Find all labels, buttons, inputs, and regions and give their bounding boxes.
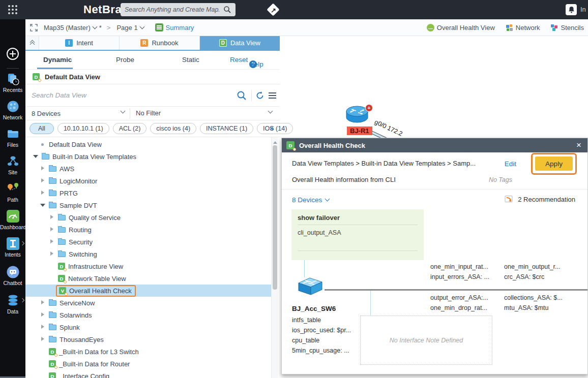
expander-closed-icon[interactable] [49,214,55,220]
expander-closed-icon[interactable] [40,312,46,318]
tree-item-network-table-view[interactable]: D Network Table View [25,272,271,285]
expander-open-icon[interactable] [40,202,46,208]
expander-closed-icon[interactable] [40,166,46,172]
expander-closed-icon[interactable] [49,251,55,257]
search-icon[interactable] [223,6,231,14]
page-dropdown[interactable]: Page 1 [116,24,143,32]
summary-button[interactable]: Summary [155,23,194,32]
expander-closed-icon[interactable] [49,239,55,245]
tree-item-prtg[interactable]: PRTG [25,187,271,199]
sidebar-item-data[interactable]: Data [0,294,25,314]
sidebar-item-recents[interactable]: Recents [0,72,25,93]
sidebar-item-site[interactable]: Site [0,154,25,175]
recommendation-button[interactable]: 2 Recommendation [505,195,575,203]
default-data-view-row[interactable]: D Default Data View [25,70,280,84]
close-icon[interactable]: × [576,140,581,150]
chip-ip[interactable]: 10.10.10.1 (1) [57,123,109,134]
chevron-right-icon [20,298,24,302]
cli-command-card[interactable]: show failover cli_output_ASA [291,209,424,260]
tree-item-quality-of-service[interactable]: Quality of Service [25,211,271,224]
tab-data-view[interactable]: D Data View [200,36,280,50]
more-chips-button[interactable]: » [270,123,274,132]
tab-runbook[interactable]: R Runbook [120,36,200,50]
tree-item-switching[interactable]: Switching [25,248,271,260]
sidebar-item-path[interactable]: Path [0,182,25,203]
incidents-label[interactable]: In [580,6,586,13]
tree-item-infrastructure-view[interactable]: D Infrastructure View [25,260,271,272]
expand-map-icon[interactable] [30,24,38,32]
expander-closed-icon[interactable] [40,336,46,342]
devices-dropdown[interactable]: 8 Devices [25,110,61,117]
tree-item-thousandeyes[interactable]: ThousandEyes [25,333,271,345]
tree-item-servicenow[interactable]: ServiceNow [25,297,271,309]
search-icon[interactable] [237,90,247,101]
tree-item-routing[interactable]: Routing [25,224,271,236]
chip-acl[interactable]: ACL (2) [113,123,147,134]
interface-note-box[interactable]: No Interface Note Defined [360,316,492,365]
tree-item-built-in-templates[interactable]: Built-in Data View Templates [25,150,271,163]
expander-closed-icon[interactable] [40,300,46,306]
sidebar-item-network[interactable]: Network [0,100,25,120]
apply-button[interactable]: Apply [535,156,573,171]
tree-item-aws[interactable]: AWS [25,163,271,175]
map-marker-icon[interactable]: ↗ [267,3,280,16]
overall-health-view-button[interactable]: Overall Health View [427,24,495,32]
network-pane-button[interactable]: Network [506,24,540,32]
card-connector-line [304,260,305,277]
global-search-input[interactable] [121,6,223,13]
sidebar-item-dashboard[interactable]: Dashboard [0,209,25,230]
sidebar-item-files[interactable]: Files [0,127,25,148]
dialog-titlebar[interactable]: D Overall Health Check × [282,138,587,152]
scrollbar-thumb[interactable] [273,145,277,290]
map-name-dropdown[interactable]: Map35 (Master) * [44,24,102,32]
tree-item-interface-config[interactable]: D _Interface Config [25,370,271,378]
stencils-button[interactable]: Stencils [551,24,584,32]
device-label[interactable]: BJ-R1 [347,127,372,135]
tree-item-overall-health-check[interactable]: V Overall Health Check [25,285,271,297]
sidebar-item-chatbot[interactable]: Chatbot [0,265,25,286]
expander-closed-icon[interactable] [40,190,46,196]
tree-item-sample-dvt[interactable]: Sample DVT [25,199,271,211]
chip-all[interactable]: All [30,123,54,134]
expander-open-icon[interactable] [33,153,39,160]
collapse-panel-button[interactable] [25,36,39,50]
chip-cisco-ios[interactable]: cisco ios (4) [150,123,196,134]
add-button[interactable] [0,47,25,62]
tab-intent[interactable]: I Intent [39,36,120,50]
site-tree-icon [6,154,20,168]
tree-item-splunk[interactable]: Splunk [25,321,271,333]
expander-closed-icon[interactable] [40,178,46,184]
tree-item-solarwinds[interactable]: Solarwinds [25,309,271,321]
chip-ios[interactable]: IOS (14) [257,123,293,134]
device-data-fields: intfs_table ios_proc_used: $pr... cpu_ta… [292,315,351,356]
tree-item-logicmonitor[interactable]: LogicMonitor [25,175,271,187]
refresh-icon[interactable] [255,91,264,100]
tab-probe[interactable]: Probe [116,56,134,64]
edit-link[interactable]: Edit [505,160,516,168]
interface-data-label: one_min_input_rat... [430,263,488,270]
global-search[interactable] [121,3,236,16]
notification-bell-icon[interactable] [566,4,577,15]
divider [251,90,252,101]
tree-item-default-data-view[interactable]: Default Data View [25,138,271,150]
alert-plus-badge[interactable]: + [365,104,373,112]
chevron-down-icon[interactable] [121,109,126,114]
tab-dynamic[interactable]: Dynamic [43,56,72,64]
expander-closed-icon[interactable] [40,324,46,330]
tree-item-security[interactable]: Security [25,236,271,248]
tab-static[interactable]: Static [182,56,199,64]
tree-item-builtin-router[interactable]: D _Built-in Data for Router [25,358,271,370]
chevron-down-icon[interactable] [268,109,273,114]
reset-button[interactable]: Reset [230,56,248,64]
dialog-devices-dropdown[interactable]: 8 Devices [292,196,329,204]
app-grid-icon[interactable] [7,4,18,15]
list-menu-icon[interactable] [269,92,276,93]
filter-dropdown[interactable]: No Filter [136,109,161,117]
chip-instance[interactable]: INSTANCE (1) [200,123,253,134]
tree-scrollbar[interactable] [271,137,278,378]
switch-device-icon[interactable] [296,276,324,298]
scroll-up-icon[interactable] [273,139,277,144]
tree-item-builtin-l3-switch[interactable]: D _Built-in Data for L3 Switch [25,345,271,358]
sidebar-item-intents[interactable]: Intents [0,237,25,258]
expander-closed-icon[interactable] [49,227,55,233]
